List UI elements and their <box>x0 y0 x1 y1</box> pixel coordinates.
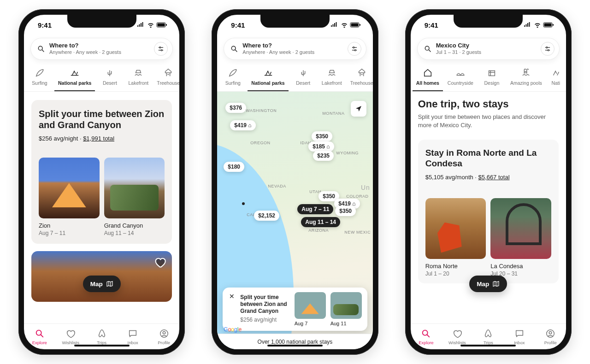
heart-icon <box>452 329 462 339</box>
cat-design[interactable]: Design <box>478 65 506 91</box>
phone-frame-3: 9:41 Mexico City Jul 1 – 31 · 2 guests A… <box>405 9 572 355</box>
lakefront-icon <box>326 67 337 78</box>
profile-icon <box>159 329 169 339</box>
svg-line-4 <box>42 50 44 52</box>
filter-button[interactable] <box>348 42 361 56</box>
notch <box>67 15 136 28</box>
search-bar[interactable]: Where to? Anywhere · Any week · 2 guests <box>30 38 173 60</box>
category-bar[interactable]: All homes Countryside Design Amazing poo… <box>411 65 566 92</box>
notch <box>260 15 330 28</box>
map-label-un: Un <box>361 184 370 191</box>
cat-desert[interactable]: Desert <box>96 65 124 91</box>
cat-national-parks[interactable]: National parks <box>54 65 95 91</box>
map-state-label: NEW MEXIC <box>344 230 371 235</box>
tab-explore[interactable]: Explore <box>411 324 442 349</box>
filter-button[interactable] <box>541 42 555 56</box>
home-indicator <box>267 345 323 346</box>
map-state-label: WYOMING <box>336 151 359 155</box>
cat-treehouse[interactable]: Treehouse <box>153 65 179 91</box>
card-thumb-right[interactable]: Aug 11 <box>330 292 362 326</box>
map-bottom-card[interactable]: ✕ Split your time between Zion and Grand… <box>223 288 367 331</box>
search-title: Mexico City <box>436 42 536 49</box>
search-icon <box>424 45 431 53</box>
cat-label: National parks <box>251 80 284 86</box>
card-thumb-left[interactable]: Aug 7 <box>295 292 326 326</box>
map-state-label: OREGON <box>250 141 270 145</box>
svg-point-26 <box>423 330 428 335</box>
heart-icon <box>65 329 76 339</box>
cat-surfing[interactable]: Surfing <box>219 65 247 91</box>
svg-line-15 <box>236 50 237 52</box>
map-button[interactable]: Map <box>83 276 121 292</box>
map-button[interactable]: Map <box>469 276 507 292</box>
cat-label: Amazing pools <box>510 80 542 86</box>
stay-la-condesa[interactable]: La Condesa Jul 20 – 31 <box>490 198 551 277</box>
map-price-pill[interactable]: $419 ⌂ <box>230 120 255 130</box>
map-price-pill[interactable]: $350 <box>312 131 332 141</box>
cat-national-parks-truncated[interactable]: Nati <box>547 65 565 91</box>
split-stay-card[interactable]: Stay in Roma Norte and La Condesa $5,105… <box>418 140 559 283</box>
category-bar[interactable]: Surfing National parks Desert Lakefront … <box>217 65 372 92</box>
map-price-pill[interactable]: $376 <box>225 103 246 113</box>
svg-point-10 <box>163 331 165 334</box>
cat-surfing[interactable]: Surfing <box>26 65 53 91</box>
cat-treehouse[interactable]: Treehouse <box>347 65 373 91</box>
tab-profile[interactable]: Profile <box>535 324 566 349</box>
grand-canyon-image <box>104 158 165 218</box>
national-parks-icon <box>69 67 80 78</box>
map-footer-text: Over 1,000 national park stays <box>258 339 333 345</box>
search-title: Where to? <box>49 42 149 49</box>
cat-lakefront[interactable]: Lakefront <box>318 65 346 91</box>
svg-point-3 <box>38 46 42 50</box>
map-date-pill[interactable]: Aug 11 – 14 <box>301 217 340 227</box>
phone-frame-2: 9:41 Where to? Anywhere · Any week · 2 g… <box>212 9 378 355</box>
cat-lakefront[interactable]: Lakefront <box>124 65 152 91</box>
map-price-pill[interactable]: $235 <box>313 151 334 161</box>
zion-image <box>39 158 100 218</box>
status-time: 9:41 <box>231 21 245 29</box>
stay-zion[interactable]: Zion Aug 7 – 11 <box>39 158 100 236</box>
map-price-pill[interactable]: $185 ⌂ <box>308 141 334 152</box>
svg-rect-13 <box>351 23 358 27</box>
tab-explore[interactable]: Explore <box>24 324 55 349</box>
cat-label: All homes <box>416 80 439 86</box>
search-bar[interactable]: Mexico City Jul 1 – 31 · 2 guests <box>417 38 560 60</box>
cat-amazing-pools[interactable]: Amazing pools <box>507 65 546 91</box>
status-icons <box>330 22 361 28</box>
close-button[interactable]: ✕ <box>228 292 236 300</box>
svg-line-27 <box>427 335 430 337</box>
search-bar[interactable]: Where to? Anywhere · Any week · 2 guests <box>224 38 366 60</box>
cat-all-homes[interactable]: All homes <box>413 65 443 91</box>
split-stay-card[interactable]: Split your time between Zion and Grand C… <box>31 100 172 244</box>
home-indicator <box>74 345 130 346</box>
tab-profile[interactable]: Profile <box>148 324 179 349</box>
hero-title: One trip, two stays <box>411 92 566 113</box>
la-condesa-image <box>490 198 551 259</box>
heart-icon[interactable] <box>153 256 166 269</box>
cat-desert[interactable]: Desert <box>289 65 317 91</box>
split-card-title: Stay in Roma Norte and La Condesa <box>425 148 551 169</box>
map-price-pill[interactable]: $180 <box>224 162 244 172</box>
stay-dates: Aug 7 – 11 <box>39 230 100 236</box>
profile-icon <box>545 329 555 339</box>
stay-grand-canyon[interactable]: Grand Canyon Aug 11 – 14 <box>104 158 165 236</box>
treehouse-icon <box>163 67 174 78</box>
map-view[interactable]: WASHINGTONMONTANAOREGONIDAHOWYOMINGNEVAD… <box>217 92 372 349</box>
locate-button[interactable] <box>351 101 366 117</box>
cat-label: Lakefront <box>322 80 342 86</box>
airbnb-icon <box>97 329 107 339</box>
stay-roma-norte[interactable]: Roma Norte Jul 1 – 20 <box>425 198 486 277</box>
cat-countryside[interactable]: Countryside <box>444 65 477 91</box>
cat-national-parks[interactable]: National parks <box>248 65 288 91</box>
map-footer-bar[interactable]: Over 1,000 national park stays <box>217 334 372 349</box>
filter-icon <box>158 46 164 52</box>
category-bar[interactable]: Surfing National parks Desert Lakefront … <box>24 65 179 92</box>
phone-frame-1: 9:41 Where to? Anywhere · Any week · 2 g… <box>18 9 185 355</box>
filter-button[interactable] <box>154 42 168 56</box>
tab-label: Explore <box>419 340 433 345</box>
map-price-pill[interactable]: $350 <box>335 206 356 216</box>
svg-point-6 <box>161 49 163 51</box>
map-date-pill[interactable]: Aug 7 – 11 <box>297 204 333 214</box>
status-icons <box>524 22 554 28</box>
map-price-pill[interactable]: $2,152 <box>254 211 279 221</box>
